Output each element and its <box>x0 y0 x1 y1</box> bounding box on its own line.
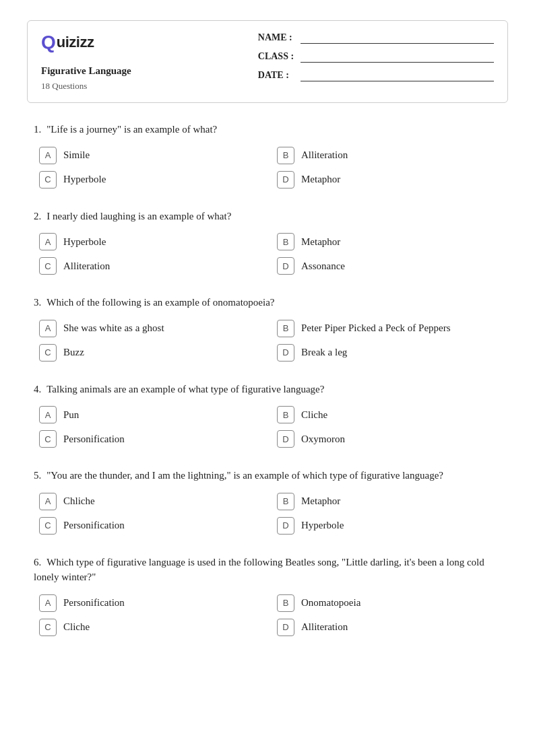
answer-text-4-c: Personification <box>63 434 125 445</box>
question-text-6: 6.Which type of figurative language is u… <box>34 555 501 585</box>
answer-item-4-a[interactable]: APun <box>39 406 263 423</box>
question-text-3: 3.Which of the following is an example o… <box>34 295 501 310</box>
answer-item-6-d[interactable]: DAlliteration <box>277 619 501 636</box>
header-right: NAME : CLASS : DATE : <box>238 32 494 81</box>
answer-letter-4-c: C <box>39 430 57 448</box>
answer-text-3-c: Buzz <box>63 347 84 358</box>
question-block-1: 1."Life is a journey" is an example of w… <box>34 122 501 188</box>
answer-text-2-c: Alliteration <box>63 261 110 272</box>
answer-item-3-c[interactable]: CBuzz <box>39 344 263 362</box>
answer-item-5-b[interactable]: BMetaphor <box>277 493 501 510</box>
answer-letter-3-d: D <box>277 344 294 362</box>
answer-text-2-d: Assonance <box>301 261 345 272</box>
answer-text-6-d: Alliteration <box>301 621 348 633</box>
date-line <box>301 69 494 81</box>
question-text-1: 1."Life is a journey" is an example of w… <box>34 122 501 137</box>
answer-letter-3-b: B <box>277 320 294 337</box>
quiz-subtitle: 18 Questions <box>41 81 238 92</box>
answer-letter-3-a: A <box>39 320 57 337</box>
answer-text-6-b: Onomatopoeia <box>301 597 360 609</box>
question-block-3: 3.Which of the following is an example o… <box>34 295 501 362</box>
date-label: DATE : <box>258 70 295 81</box>
answer-item-4-d[interactable]: DOxymoron <box>277 430 501 448</box>
answer-item-5-c[interactable]: CPersonification <box>39 517 263 535</box>
question-block-2: 2.I nearly died laughing is an example o… <box>34 209 501 275</box>
question-block-5: 5."You are the thunder, and I am the lig… <box>34 468 501 535</box>
answers-grid-1: ASimileBAlliterationCHyperboleDMetaphor <box>34 147 501 188</box>
answer-item-1-d[interactable]: DMetaphor <box>277 171 501 188</box>
answer-letter-6-b: B <box>277 594 294 612</box>
header-box: Q uizizz Figurative Language 18 Question… <box>27 20 508 103</box>
answer-item-3-b[interactable]: BPeter Piper Picked a Peck of Peppers <box>277 320 501 337</box>
answer-text-3-b: Peter Piper Picked a Peck of Peppers <box>301 322 451 334</box>
answer-text-1-c: Hyperbole <box>63 174 106 185</box>
question-text-5: 5."You are the thunder, and I am the lig… <box>34 468 501 483</box>
answer-item-6-b[interactable]: BOnomatopoeia <box>277 594 501 612</box>
answer-item-2-d[interactable]: DAssonance <box>277 257 501 275</box>
question-text-2: 2.I nearly died laughing is an example o… <box>34 209 501 224</box>
answer-text-4-d: Oxymoron <box>301 434 345 445</box>
answer-item-3-a[interactable]: AShe was white as a ghost <box>39 320 263 337</box>
answer-text-2-b: Metaphor <box>301 236 340 248</box>
answer-letter-4-d: D <box>277 430 294 448</box>
question-block-4: 4.Talking animals are an example of what… <box>34 382 501 448</box>
answer-letter-1-a: A <box>39 147 57 164</box>
header-left: Q uizizz Figurative Language 18 Question… <box>41 32 238 92</box>
answer-text-6-c: Cliche <box>63 621 90 633</box>
answer-item-6-c[interactable]: CCliche <box>39 619 263 636</box>
answer-item-2-b[interactable]: BMetaphor <box>277 233 501 250</box>
answer-item-1-c[interactable]: CHyperbole <box>39 171 263 188</box>
question-text-4: 4.Talking animals are an example of what… <box>34 382 501 397</box>
answer-item-3-d[interactable]: DBreak a leg <box>277 344 501 362</box>
answer-text-5-d: Hyperbole <box>301 520 344 531</box>
question-number-1: 1. <box>34 124 41 135</box>
answer-letter-4-b: B <box>277 406 294 423</box>
logo-wrapper: Q uizizz <box>41 32 238 53</box>
name-field-row: NAME : <box>258 32 494 44</box>
answer-item-1-b[interactable]: BAlliteration <box>277 147 501 164</box>
answer-text-5-a: Chliche <box>63 495 95 507</box>
answer-text-3-a: She was white as a ghost <box>63 322 164 334</box>
answer-letter-4-a: A <box>39 406 57 423</box>
answer-item-6-a[interactable]: APersonification <box>39 594 263 612</box>
answer-text-4-b: Cliche <box>301 409 327 421</box>
answer-letter-6-c: C <box>39 619 57 636</box>
logo-rest-text: uizizz <box>57 34 94 51</box>
answer-item-5-d[interactable]: DHyperbole <box>277 517 501 535</box>
answer-letter-5-d: D <box>277 517 294 535</box>
answer-letter-6-d: D <box>277 619 294 636</box>
answers-grid-4: APunBClicheCPersonificationDOxymoron <box>34 406 501 448</box>
answer-text-2-a: Hyperbole <box>63 236 106 248</box>
date-field-row: DATE : <box>258 69 494 81</box>
answer-letter-2-d: D <box>277 257 294 275</box>
question-number-5: 5. <box>34 470 41 481</box>
question-block-6: 6.Which type of figurative language is u… <box>34 555 501 636</box>
answer-item-2-c[interactable]: CAlliteration <box>39 257 263 275</box>
answer-text-1-a: Simile <box>63 149 90 161</box>
answers-grid-3: AShe was white as a ghostBPeter Piper Pi… <box>34 320 501 362</box>
answer-letter-2-b: B <box>277 233 294 250</box>
answer-item-4-b[interactable]: BCliche <box>277 406 501 423</box>
answer-item-2-a[interactable]: AHyperbole <box>39 233 263 250</box>
answer-item-5-a[interactable]: AChliche <box>39 493 263 510</box>
answers-grid-6: APersonificationBOnomatopoeiaCClicheDAll… <box>34 594 501 636</box>
questions-section: 1."Life is a journey" is an example of w… <box>27 122 508 636</box>
answer-item-4-c[interactable]: CPersonification <box>39 430 263 448</box>
question-number-2: 2. <box>34 211 41 221</box>
question-number-3: 3. <box>34 297 41 308</box>
question-number-4: 4. <box>34 384 41 394</box>
answer-text-1-d: Metaphor <box>301 174 340 185</box>
answer-text-3-d: Break a leg <box>301 347 347 358</box>
answer-text-6-a: Personification <box>63 597 125 609</box>
name-label: NAME : <box>258 32 295 43</box>
class-label: CLASS : <box>258 51 295 62</box>
answer-text-1-b: Alliteration <box>301 149 348 161</box>
answer-text-5-c: Personification <box>63 520 125 531</box>
class-line <box>301 50 494 63</box>
answers-grid-2: AHyperboleBMetaphorCAlliterationDAssonan… <box>34 233 501 275</box>
answer-letter-5-b: B <box>277 493 294 510</box>
logo-q-letter: Q <box>41 32 56 53</box>
answer-item-1-a[interactable]: ASimile <box>39 147 263 164</box>
answer-letter-6-a: A <box>39 594 57 612</box>
question-number-6: 6. <box>34 557 41 568</box>
